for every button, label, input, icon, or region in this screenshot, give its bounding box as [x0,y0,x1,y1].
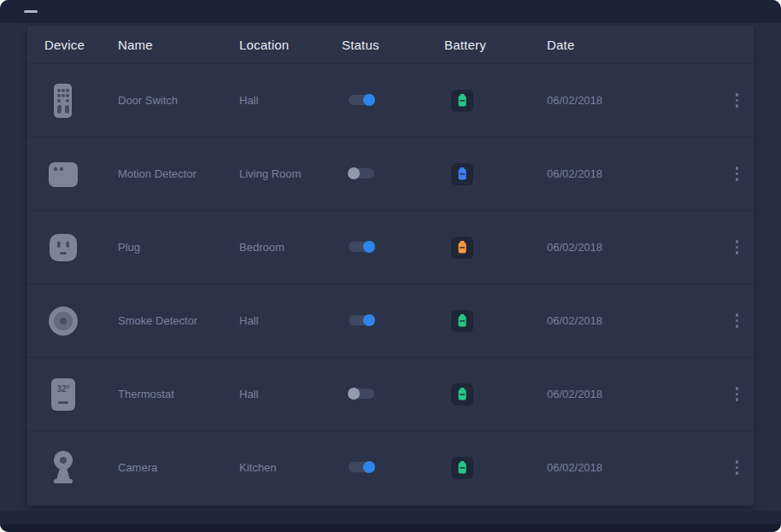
device-date: 06/02/2018 [547,167,713,180]
more-options-button[interactable] [732,161,743,186]
device-name: Thermostat [118,388,239,400]
device-table-card: Device Name Location Status Battery Date… [27,26,754,506]
more-options-button[interactable] [732,308,743,333]
more-options-button[interactable] [732,235,743,260]
battery-cell [444,90,547,112]
device-date: 06/02/2018 [547,388,713,400]
battery-badge [451,457,473,479]
camera-icon [44,449,82,487]
status-cell [342,240,444,255]
status-cell [342,460,444,476]
battery-icon [457,94,467,107]
motion-detector-icon [44,155,82,193]
device-location: Hall [239,94,342,107]
battery-icon [457,461,467,474]
battery-cell [444,457,547,479]
battery-badge [451,237,473,259]
thermostat-icon: 32° [44,376,82,413]
header-name: Name [118,38,239,52]
battery-cell [444,163,547,185]
status-toggle[interactable] [349,242,374,252]
battery-icon [457,241,467,254]
toggle-knob [348,388,360,400]
more-options-button[interactable] [732,88,743,113]
device-name: Motion Detector [118,167,239,180]
plug-icon [44,229,82,266]
window-dash-icon [24,10,38,13]
status-cell [342,313,444,329]
header-device: Device [44,38,118,52]
toggle-knob [363,94,375,106]
battery-cell [444,310,547,332]
status-cell [342,93,444,108]
device-date: 06/02/2018 [547,461,713,474]
status-toggle[interactable] [349,95,374,105]
status-toggle[interactable] [349,462,374,472]
device-date: 06/02/2018 [547,314,713,327]
device-row: Door Switch Hall 06/02/2018 [27,63,754,137]
device-row: Motion Detector Living Room 06/02/2018 [27,137,754,210]
battery-badge [451,310,473,332]
window-bottom-bar [0,511,781,524]
window-titlebar [0,0,781,23]
device-date: 06/02/2018 [547,94,713,107]
battery-cell [444,237,547,259]
device-date: 06/02/2018 [547,241,713,254]
device-name: Door Switch [118,94,239,107]
battery-icon [457,314,467,327]
device-rows: Door Switch Hall 06/02/2018 [27,63,754,504]
status-toggle[interactable] [349,168,374,178]
device-location: Living Room [239,167,342,180]
battery-icon [457,388,467,400]
status-cell [342,387,444,402]
smoke-detector-icon [44,302,82,340]
battery-badge [451,163,473,185]
app-window: Device Name Location Status Battery Date… [0,0,781,532]
toggle-knob [363,314,375,326]
device-location: Hall [239,314,342,327]
device-location: Kitchen [239,461,342,474]
header-battery: Battery [444,38,547,52]
device-name: Smoke Detector [118,314,239,327]
svg-text:32°: 32° [56,384,69,394]
battery-cell [444,383,547,406]
device-row: Smoke Detector Hall 06/02/2018 [27,284,754,357]
device-name: Plug [118,241,239,254]
battery-badge [451,90,473,112]
header-location: Location [239,38,342,52]
device-location: Bedroom [239,241,342,254]
header-status: Status [342,38,444,52]
remote-icon [44,82,82,120]
window-bottom-strip [0,524,781,532]
table-header-row: Device Name Location Status Battery Date [27,26,754,63]
status-toggle[interactable] [349,389,374,399]
toggle-knob [348,167,360,179]
device-row: Camera Kitchen 06/02/2018 [27,430,754,504]
toggle-knob [363,241,375,253]
status-cell [342,167,444,182]
status-toggle[interactable] [349,315,374,325]
device-location: Hall [239,388,342,400]
device-name: Camera [118,461,239,474]
header-date: Date [547,38,713,52]
more-options-button[interactable] [732,382,743,406]
device-row: Plug Bedroom 06/02/2018 [27,210,754,284]
battery-icon [457,167,467,180]
more-options-button[interactable] [732,455,743,480]
device-row: 32° Thermostat Hall 06/02/2018 [27,357,754,430]
battery-badge [451,383,473,406]
toggle-knob [363,461,375,473]
